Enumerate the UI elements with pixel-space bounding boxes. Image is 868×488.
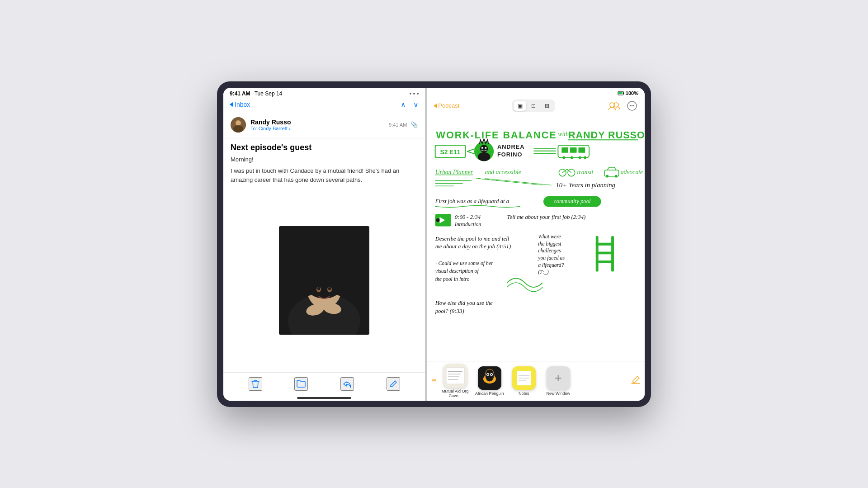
svg-text:challenges: challenges	[538, 248, 561, 254]
inbox-label: Inbox	[235, 101, 250, 108]
mail-toolbar	[223, 372, 425, 395]
freeform-canvas[interactable]: WORK-LIFE BALANCE with RANDY RUSSO S2 E1…	[427, 116, 645, 361]
compose-button[interactable]	[387, 377, 400, 391]
podcast-chevron-icon	[434, 104, 437, 108]
recipient-name[interactable]: Cindy Barrett	[259, 126, 288, 131]
svg-text:transit: transit	[577, 168, 594, 175]
email-time: 9:41 AM	[389, 122, 407, 128]
svg-text:0:00 - 2:34: 0:00 - 2:34	[455, 213, 481, 220]
dot3	[417, 93, 419, 95]
svg-point-35	[485, 147, 487, 148]
add-icon: +	[555, 371, 562, 385]
svg-point-76	[436, 218, 440, 222]
dot2	[413, 93, 415, 95]
notes-right-icons	[608, 99, 638, 112]
status-dots	[410, 93, 419, 95]
collaborate-button[interactable]	[608, 99, 620, 112]
view-icon-2: ⊡	[531, 103, 536, 109]
svg-text:How else did you use the: How else did you use the	[435, 300, 493, 306]
podcast-label: Podcast	[438, 102, 459, 109]
svg-rect-43	[570, 147, 577, 152]
email-meta: 9:41 AM 📎	[389, 121, 418, 128]
avatar	[231, 117, 246, 133]
email-subject: Next episode's guest	[223, 138, 425, 155]
split-divider[interactable]	[425, 88, 427, 401]
dock-label-4: New Window	[546, 391, 570, 396]
svg-point-23	[633, 105, 634, 106]
svg-text:visual description of: visual description of	[435, 268, 480, 274]
mail-pane: 9:41 AM Tue Sep 14 Inbox	[223, 88, 425, 401]
notes-edit-button[interactable]	[631, 375, 640, 387]
bullet-list-icon: ≡	[432, 377, 436, 385]
svg-text:community pool: community pool	[554, 198, 591, 204]
sender-name: Randy Russo	[250, 118, 291, 126]
bullet-icon-area: ≡	[432, 377, 436, 385]
podcast-back-button[interactable]: Podcast	[434, 102, 459, 109]
email-greeting: Morning!	[231, 155, 418, 164]
sender-info: Randy Russo To: Cindy Barrett ›	[231, 117, 291, 133]
mail-status-bar: 9:41 AM Tue Sep 14	[223, 88, 425, 99]
dock-icon-1	[443, 364, 467, 388]
handwriting-svg: WORK-LIFE BALANCE with RANDY RUSSO S2 E1…	[427, 116, 645, 361]
email-body-text: I was put in touch with Candace by a mut…	[231, 166, 418, 184]
svg-text:S2 E11: S2 E11	[440, 148, 461, 155]
view-switcher: ▣ ⊡ ⊞	[512, 99, 555, 112]
body-line3: amazing career that has gone down severa…	[231, 176, 362, 183]
svg-text:the pool in intro: the pool in intro	[435, 276, 470, 282]
notes-pane: 100% Podcast ▣ ⊡	[427, 88, 645, 401]
more-options-button[interactable]	[626, 99, 638, 112]
email-body: Morning! I was put in touch with Candace…	[223, 155, 425, 185]
svg-point-110	[491, 374, 492, 375]
view-btn-3[interactable]: ⊞	[541, 101, 553, 111]
svg-text:me about a day on the job (3:5: me about a day on the job (3:51)	[435, 243, 511, 249]
view-icon-3: ⊞	[545, 103, 549, 109]
sender-to: To: Cindy Barrett ›	[250, 126, 291, 131]
svg-text:a lifeguard?: a lifeguard?	[538, 262, 565, 268]
up-arrow-button[interactable]: ∧	[401, 100, 406, 109]
svg-rect-99	[446, 368, 464, 384]
svg-text:with: with	[558, 131, 569, 137]
mail-nav-bar: Inbox ∧ ∨	[223, 99, 425, 113]
dot1	[410, 93, 411, 95]
notes-nav-bar: Podcast ▣ ⊡ ⊞	[427, 98, 645, 116]
home-indicator	[223, 395, 425, 401]
trash-button[interactable]	[249, 377, 262, 391]
svg-text:Urban Planner: Urban Planner	[435, 168, 473, 175]
down-arrow-button[interactable]: ∨	[413, 100, 419, 109]
svg-text:you faced as: you faced as	[538, 255, 565, 261]
email-image-area	[223, 184, 425, 372]
svg-text:and accessible: and accessible	[485, 168, 521, 175]
dock-item-1[interactable]: Mutual Aid Org Cove...	[440, 364, 471, 398]
edit-button-area	[631, 375, 640, 387]
folder-button[interactable]	[294, 377, 308, 391]
reply-button[interactable]	[340, 377, 354, 391]
body-line2: I was put in touch with Candace by a mut…	[231, 167, 399, 174]
view-btn-2[interactable]: ⊡	[527, 101, 540, 111]
dock-icon-add: +	[547, 366, 570, 390]
svg-text:First job was as a lifeguard a: First job was as a lifeguard at a	[435, 198, 509, 204]
svg-text:10+ Years in planning: 10+ Years in planning	[556, 181, 616, 189]
notes-bottom-dock: ≡	[427, 361, 645, 401]
svg-point-45	[563, 156, 566, 159]
svg-point-46	[571, 156, 573, 159]
svg-text:the biggest: the biggest	[538, 241, 562, 246]
dock-item-3[interactable]: Notes	[509, 366, 539, 396]
notes-status-bar: 100%	[427, 88, 645, 98]
inbox-back-button[interactable]: Inbox	[230, 101, 250, 108]
ipad-frame: 9:41 AM Tue Sep 14 Inbox	[217, 81, 651, 407]
svg-rect-91	[596, 251, 614, 254]
svg-point-32	[480, 145, 488, 153]
dock-item-2[interactable]: African Penguin	[474, 366, 505, 396]
svg-text:WORK-LIFE BALANCE: WORK-LIFE BALANCE	[436, 129, 557, 141]
home-bar	[297, 397, 351, 399]
svg-point-33	[478, 152, 490, 161]
ipad-screen: 9:41 AM Tue Sep 14 Inbox	[223, 88, 645, 401]
svg-text:advocate: advocate	[621, 168, 643, 175]
to-label: To:	[250, 126, 259, 131]
view-btn-1[interactable]: ▣	[514, 101, 526, 111]
dock-item-4[interactable]: + New Window	[543, 366, 574, 396]
svg-text:(7:_): (7:_)	[538, 269, 549, 275]
svg-point-56	[615, 175, 618, 177]
svg-point-22	[632, 105, 632, 106]
chevron-left-icon	[230, 102, 233, 107]
